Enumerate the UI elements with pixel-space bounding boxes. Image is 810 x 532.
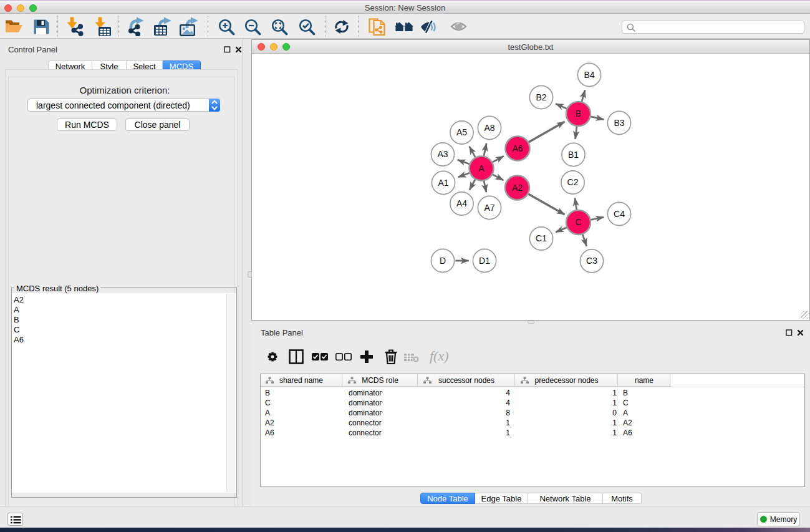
svg-text:A6: A6 <box>512 143 523 153</box>
svg-text:D1: D1 <box>479 256 490 266</box>
svg-text:B4: B4 <box>584 70 594 80</box>
svg-text:A4: A4 <box>456 198 467 208</box>
svg-text:D: D <box>440 256 446 266</box>
svg-text:A3: A3 <box>437 149 448 159</box>
svg-text:A1: A1 <box>438 178 448 188</box>
svg-text:C4: C4 <box>614 209 625 219</box>
svg-text:A7: A7 <box>484 203 494 213</box>
svg-text:B2: B2 <box>536 92 546 102</box>
svg-text:A: A <box>478 163 485 173</box>
svg-text:C1: C1 <box>536 233 547 243</box>
svg-text:C: C <box>575 217 581 227</box>
svg-text:B1: B1 <box>568 150 579 160</box>
svg-text:A5: A5 <box>456 127 467 137</box>
svg-text:B: B <box>576 109 581 118</box>
svg-text:A2: A2 <box>512 183 523 193</box>
svg-text:A8: A8 <box>484 123 494 133</box>
svg-text:C3: C3 <box>586 256 597 266</box>
svg-text:B3: B3 <box>614 118 624 128</box>
svg-text:C2: C2 <box>567 177 579 187</box>
